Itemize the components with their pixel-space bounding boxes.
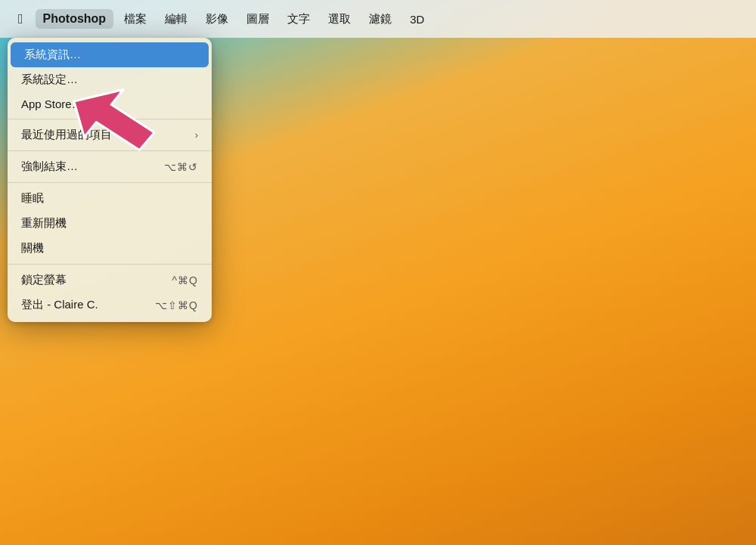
desktop:  Photoshop 檔案 編輯 影像 圖層 文字 選取 濾鏡 3D 系統資訊… <box>0 0 756 545</box>
menu-item-lock-screen-shortcut: ^⌘Q <box>172 274 198 286</box>
menu-item-restart-label: 重新開機 <box>21 216 67 231</box>
menu-item-shutdown-label: 關機 <box>21 241 44 255</box>
separator-3 <box>8 182 212 183</box>
menu-item-recent-items-label: 最近使用過的項目 <box>21 128 112 142</box>
menu-item-force-quit-label: 強制結束… <box>21 159 78 174</box>
apple-dropdown-menu: 系統資訊… 系統設定… App Store… 最近使用過的項目 › 強制結束… … <box>8 38 212 322</box>
menu-item-app-store[interactable]: App Store… <box>8 92 212 116</box>
menu-item-force-quit[interactable]: 強制結束… ⌥⌘↺ <box>8 154 212 179</box>
menu-item-system-info-label: 系統資訊… <box>24 48 81 62</box>
separator-4 <box>8 264 212 265</box>
menubar:  Photoshop 檔案 編輯 影像 圖層 文字 選取 濾鏡 3D <box>0 0 756 38</box>
apple-menu-button[interactable]:  <box>9 8 33 30</box>
menu-item-shutdown[interactable]: 關機 <box>8 236 212 261</box>
edit-menu-button[interactable]: 編輯 <box>157 9 195 29</box>
separator-1 <box>8 119 212 119</box>
separator-2 <box>8 150 212 151</box>
submenu-arrow-icon: › <box>195 129 198 141</box>
files-menu-button[interactable]: 檔案 <box>116 9 154 29</box>
menu-item-system-prefs[interactable]: 系統設定… <box>8 67 212 92</box>
filter-menu-button[interactable]: 濾鏡 <box>361 9 399 29</box>
menu-item-sleep-label: 睡眠 <box>21 191 44 206</box>
menu-item-app-store-label: App Store… <box>21 98 83 110</box>
menu-item-logout-label: 登出 - Claire C. <box>21 298 98 312</box>
menu-item-logout-shortcut: ⌥⇧⌘Q <box>155 299 198 311</box>
menu-item-restart[interactable]: 重新開機 <box>8 211 212 236</box>
menu-item-force-quit-shortcut: ⌥⌘↺ <box>164 161 198 173</box>
menu-item-lock-screen-label: 鎖定螢幕 <box>21 273 67 287</box>
menu-item-lock-screen[interactable]: 鎖定螢幕 ^⌘Q <box>8 268 212 293</box>
menu-item-sleep[interactable]: 睡眠 <box>8 186 212 211</box>
layers-menu-button[interactable]: 圖層 <box>239 9 277 29</box>
photoshop-menu-button[interactable]: Photoshop <box>36 9 114 29</box>
select-menu-button[interactable]: 選取 <box>321 9 358 29</box>
menu-item-system-info[interactable]: 系統資訊… <box>11 42 209 67</box>
menu-item-logout[interactable]: 登出 - Claire C. ⌥⇧⌘Q <box>8 293 212 317</box>
menu-item-recent-items[interactable]: 最近使用過的項目 › <box>8 122 212 147</box>
3d-menu-button[interactable]: 3D <box>402 10 432 29</box>
menu-item-system-prefs-label: 系統設定… <box>21 73 78 87</box>
image-menu-button[interactable]: 影像 <box>198 9 236 29</box>
text-menu-button[interactable]: 文字 <box>280 9 318 29</box>
